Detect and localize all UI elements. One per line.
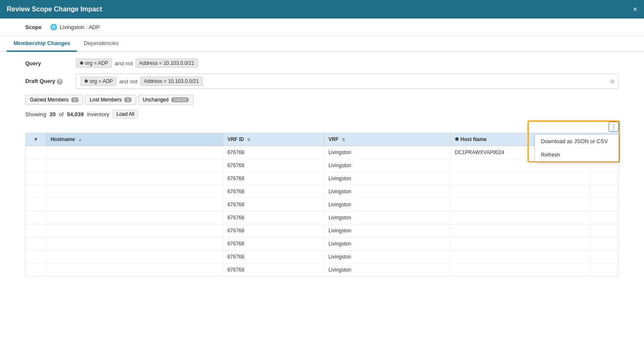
cell-filter bbox=[26, 159, 46, 172]
cell-hostname bbox=[46, 211, 223, 224]
table-header-vrf[interactable]: VRF ⇅ bbox=[324, 133, 450, 146]
query-tag-org: ✱ org = ADP bbox=[76, 59, 112, 68]
table-row: 676768Livingston bbox=[26, 159, 618, 172]
close-button[interactable]: × bbox=[633, 5, 637, 13]
table-header-vrfid[interactable]: VRF ID ⇅ bbox=[223, 133, 324, 146]
cell-filter bbox=[26, 237, 46, 250]
sort-icon-vrfid: ⇅ bbox=[247, 137, 250, 142]
cell-extra bbox=[589, 172, 618, 185]
cell-hostname bbox=[46, 146, 223, 159]
filter-icon: ▼ bbox=[33, 136, 38, 142]
draft-tag-org: ✱ org = ADP bbox=[80, 77, 117, 86]
query-tags: ✱ org = ADP and not Address = 10.103.0.0… bbox=[76, 59, 198, 68]
cell-filter bbox=[26, 264, 46, 277]
cell-hostname2 bbox=[451, 211, 589, 224]
help-icon[interactable]: ? bbox=[57, 79, 63, 85]
sort-icon-hostname: ▲ bbox=[78, 137, 82, 142]
tab-dependencies[interactable]: Dependencies bbox=[77, 36, 125, 52]
cell-hostname2 bbox=[451, 185, 589, 198]
cell-vrf: Livingston bbox=[324, 146, 450, 159]
cell-extra bbox=[589, 264, 618, 277]
cell-vrf: Livingston bbox=[324, 172, 450, 185]
cell-vrfid: 676768 bbox=[223, 224, 324, 237]
cell-hostname bbox=[46, 159, 223, 172]
scope-icon: 🌐 bbox=[50, 24, 57, 30]
cell-vrf: Livingston bbox=[324, 185, 450, 198]
gained-label: Gained Members bbox=[30, 97, 69, 103]
cell-hostname2 bbox=[451, 172, 589, 185]
lost-members-button[interactable]: Lost Members 0 bbox=[85, 95, 136, 105]
cell-vrfid: 676768 bbox=[223, 185, 324, 198]
cell-vrf: Livingston bbox=[324, 224, 450, 237]
cell-vrf: Livingston bbox=[324, 198, 450, 211]
draft-tag-address: Address = 10.103.0.0/21 bbox=[140, 77, 203, 86]
cell-hostname2 bbox=[451, 224, 589, 237]
table-row: 676768Livingston bbox=[26, 211, 618, 224]
data-table: ▼ Hostname ▲ VRF ID ⇅ VRF ⇅ bbox=[25, 133, 619, 277]
table-row: 676768Livingston bbox=[26, 264, 618, 277]
cell-vrfid: 676768 bbox=[223, 172, 324, 185]
query-label: Query bbox=[25, 60, 76, 67]
draft-query-row: Draft Query ? ✱ org = ADP and not Addres… bbox=[25, 74, 619, 89]
draft-query-label: Draft Query ? bbox=[25, 78, 76, 85]
query-text-andnot: and not bbox=[114, 60, 133, 67]
table-row: 676768Livingston bbox=[26, 224, 618, 237]
tab-membership[interactable]: Membership Changes bbox=[7, 36, 77, 52]
table-row: 676768Livingston bbox=[26, 250, 618, 264]
lost-label: Lost Members bbox=[90, 97, 122, 103]
cell-hostname2 bbox=[451, 237, 589, 250]
unchanged-count: 54039 bbox=[171, 97, 189, 102]
lost-count: 0 bbox=[124, 97, 132, 102]
table-row: 676768LivingstonDC1PRAWXVAP0024 bbox=[26, 146, 618, 159]
load-all-button[interactable]: Load All bbox=[113, 110, 138, 118]
cell-vrf: Livingston bbox=[324, 211, 450, 224]
cell-extra bbox=[589, 224, 618, 237]
cell-hostname2 bbox=[451, 198, 589, 211]
gained-members-button[interactable]: Gained Members 0 bbox=[25, 95, 83, 105]
table-header-filter[interactable]: ▼ bbox=[26, 133, 46, 146]
three-dots-button[interactable]: ⋮ bbox=[609, 122, 619, 132]
showing-total: 54,039 bbox=[67, 111, 84, 117]
cell-vrfid: 676768 bbox=[223, 146, 324, 159]
cell-vrfid: 676768 bbox=[223, 211, 324, 224]
scope-row: Scope 🌐 Livingston : ADP bbox=[0, 19, 644, 36]
scope-text: Livingston : ADP bbox=[60, 24, 100, 30]
cell-hostname bbox=[46, 198, 223, 211]
cell-hostname bbox=[46, 172, 223, 185]
showing-row: Showing 20 of 54,039 inventory Load All bbox=[25, 110, 619, 118]
cell-filter bbox=[26, 211, 46, 224]
unchanged-button[interactable]: Unchanged 54039 bbox=[138, 95, 193, 105]
cell-hostname2 bbox=[451, 264, 589, 277]
cell-extra bbox=[589, 198, 618, 211]
table-header-row: ▼ Hostname ▲ VRF ID ⇅ VRF ⇅ bbox=[26, 133, 618, 146]
unchanged-label: Unchanged bbox=[143, 97, 168, 103]
draft-text-andnot: and not bbox=[119, 78, 137, 85]
refresh-menu-item[interactable]: Refresh bbox=[535, 148, 618, 161]
query-tag-address: Address = 10.103.0.0/21 bbox=[135, 59, 198, 68]
cell-vrfid: 676768 bbox=[223, 264, 324, 277]
cell-extra bbox=[589, 185, 618, 198]
cell-filter bbox=[26, 185, 46, 198]
cell-hostname bbox=[46, 224, 223, 237]
scope-value: 🌐 Livingston : ADP bbox=[50, 24, 100, 30]
cell-hostname bbox=[46, 237, 223, 250]
cell-hostname2 bbox=[451, 250, 589, 264]
scope-label: Scope bbox=[25, 24, 42, 30]
cell-extra bbox=[589, 211, 618, 224]
cell-vrfid: 676768 bbox=[223, 159, 324, 172]
draft-query-box[interactable]: ✱ org = ADP and not Address = 10.103.0.0… bbox=[76, 74, 619, 89]
modal-header: Review Scope Change Impact × bbox=[0, 0, 644, 19]
cell-vrf: Livingston bbox=[324, 264, 450, 277]
showing-prefix: Showing bbox=[25, 111, 46, 117]
cell-hostname bbox=[46, 185, 223, 198]
tabs-bar: Membership Changes Dependencies bbox=[0, 36, 644, 52]
cell-filter bbox=[26, 198, 46, 211]
cell-vrf: Livingston bbox=[324, 159, 450, 172]
draft-clear-icon[interactable]: ⊗ bbox=[610, 78, 615, 85]
cell-extra bbox=[589, 237, 618, 250]
table-header-hostname[interactable]: Hostname ▲ bbox=[46, 133, 223, 146]
cell-hostname bbox=[46, 264, 223, 277]
download-menu-item[interactable]: Download as JSON or CSV bbox=[535, 135, 618, 148]
table-wrapper: ⋮ Download as JSON or CSV Refresh ▼ Host… bbox=[25, 122, 619, 277]
showing-of: of bbox=[59, 111, 64, 117]
